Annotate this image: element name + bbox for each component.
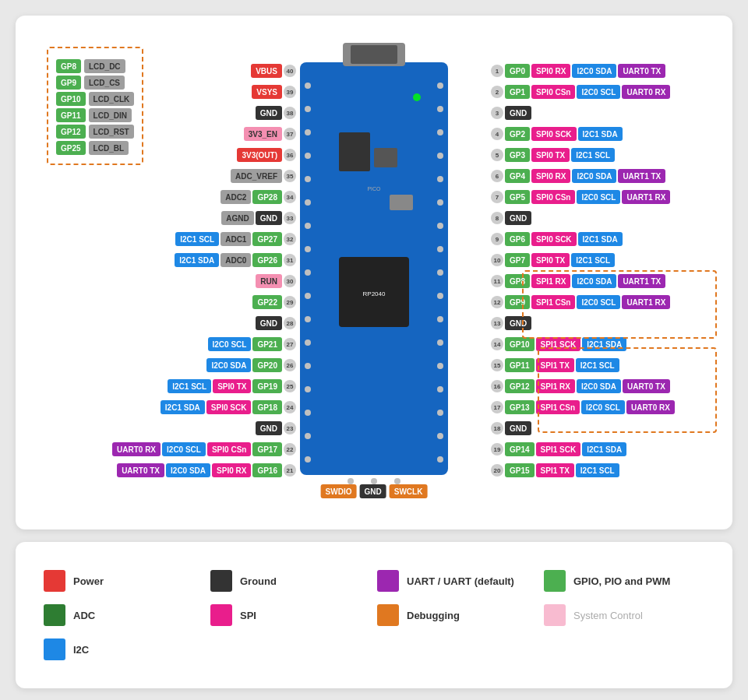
right-pin-row: 17GP13SPI1 CSnI2C0 SCLUART0 RX xyxy=(491,400,675,414)
pin-number: 7 xyxy=(491,191,503,203)
pin-number: 23 xyxy=(284,422,296,434)
pin-number: 8 xyxy=(491,212,503,224)
pin-number: 34 xyxy=(284,191,296,203)
pin-label-spi0-csn: SPI0 CSn xyxy=(207,442,251,456)
legend-color-icon xyxy=(544,604,566,626)
pin-label-agnd: AGND xyxy=(221,211,253,225)
pin-label-spi0-rx: SPI0 RX xyxy=(531,169,570,183)
right-pin-row: 6GP4SPI0 RXI2C0 SDAUART1 TX xyxy=(491,169,665,183)
pin-label-gp14: GP14 xyxy=(505,442,535,456)
legend-item: GPIO, PIO and PWM xyxy=(544,570,704,592)
left-pin-row: UART0 TXI2C0 SDASPI0 RXGP1621 xyxy=(117,463,296,477)
pin-label-gp9: GP9 xyxy=(505,295,530,309)
legend-label: GPIO, PIO and PWM xyxy=(573,575,670,587)
pin-label-gp12: GP12 xyxy=(56,125,86,139)
svg-point-42 xyxy=(348,478,354,484)
pin-label-gp1: GP1 xyxy=(505,85,530,99)
legend-item: Power xyxy=(44,570,204,592)
pin-number: 4 xyxy=(491,128,503,140)
pin-label-gnd: GND xyxy=(256,106,282,120)
left-pin-row: VSYS39 xyxy=(252,85,296,99)
left-pin-row: GND23 xyxy=(256,421,296,435)
lcd-pin-row: GP12LCD_RST xyxy=(56,125,134,139)
pin-number: 29 xyxy=(284,296,296,308)
pin-label-uart0-tx: UART0 TX xyxy=(618,64,665,78)
pin-label-uart1-rx: UART1 RX xyxy=(622,190,670,204)
pin-number: 39 xyxy=(284,86,296,98)
pin-number: 9 xyxy=(491,233,503,245)
pin-label-gp10: GP10 xyxy=(505,337,535,351)
pin-label-uart1-tx: UART1 TX xyxy=(618,169,665,183)
svg-point-43 xyxy=(371,478,377,484)
legend-label: I2C xyxy=(73,644,89,656)
pin-label-gp19: GP19 xyxy=(252,379,282,393)
left-pin-row: VBUS40 xyxy=(251,64,296,78)
pin-number: 6 xyxy=(491,170,503,182)
pin-number: 37 xyxy=(284,128,296,140)
left-pin-row: GP2229 xyxy=(252,295,296,309)
pin-label-uart0-tx: UART0 TX xyxy=(623,379,670,393)
right-pin-row: 10GP7SPI0 TXI2C1 SCL xyxy=(491,253,615,267)
pin-label-vsys: VSYS xyxy=(252,85,282,99)
pin-label-spi0-tx: SPI0 TX xyxy=(531,148,570,162)
pin-label-gp5: GP5 xyxy=(505,190,530,204)
pin-number: 12 xyxy=(491,296,503,308)
pin-label-spi0-sck: SPI0 SCK xyxy=(531,232,577,246)
pin-label-adc1: ADC1 xyxy=(221,232,251,246)
pin-label-i2c0-sda: I2C0 SDA xyxy=(572,64,616,78)
pin-number: 16 xyxy=(491,380,503,392)
pin-label-i2c1-sda: I2C1 SDA xyxy=(582,442,626,456)
pin-label-uart0-rx: UART0 RX xyxy=(626,400,675,414)
pin-label-spi1-csn: SPI1 CSn xyxy=(531,295,575,309)
pinout-card: GP8LCD_DCGP9LCD_CSGP10LCD_CLKGP11LCD_DIN… xyxy=(16,16,732,529)
svg-point-10 xyxy=(305,129,311,135)
pin-number: 15 xyxy=(491,359,503,371)
svg-point-27 xyxy=(437,129,443,135)
pin-label-gp18: GP18 xyxy=(252,400,282,414)
pin-label-uart1-rx: UART1 RX xyxy=(622,295,670,309)
legend-item: Ground xyxy=(210,570,371,592)
pin-label-i2c1-scl: I2C1 SCL xyxy=(168,379,211,393)
svg-point-9 xyxy=(305,106,311,112)
legend-color-icon xyxy=(210,570,232,592)
legend-label: Ground xyxy=(240,575,277,587)
svg-point-38 xyxy=(437,386,443,392)
pin-number: 26 xyxy=(284,359,296,371)
pin-label-adc2: ADC2 xyxy=(221,190,251,204)
right-pin-row: 3GND xyxy=(491,106,531,120)
pin-number: 2 xyxy=(491,86,503,98)
pin-label-uart0-rx: UART0 RX xyxy=(112,442,161,456)
lcd-pin-row: GP10LCD_CLK xyxy=(56,92,134,106)
pin-label-gp11: GP11 xyxy=(505,358,535,372)
pin-label-i2c1-scl: I2C1 SCL xyxy=(571,253,615,267)
pin-label-i2c0-scl: I2C0 SCL xyxy=(577,85,620,99)
pin-label-uart1-tx: UART1 TX xyxy=(618,274,665,288)
pin-label-3v3_en: 3V3_EN xyxy=(244,127,282,141)
pin-number: 27 xyxy=(284,338,296,350)
pin-label-gp15: GP15 xyxy=(505,463,535,477)
pin-number: 3 xyxy=(491,107,503,119)
legend-color-icon xyxy=(210,604,232,626)
right-pin-row: 11GP8SPI1 RXI2C0 SDAUART1 TX xyxy=(491,274,665,288)
svg-point-32 xyxy=(437,246,443,252)
pin-label-gnd: GND xyxy=(256,316,282,330)
lcd-pin-row: GP25LCD_BL xyxy=(56,141,134,155)
svg-point-31 xyxy=(437,223,443,229)
pin-number: 21 xyxy=(284,464,296,477)
svg-point-45 xyxy=(413,93,421,101)
pin-label-gnd: GND xyxy=(505,106,531,120)
lcd-label: LCD_DIN xyxy=(89,108,132,122)
left-pin-row: I2C1 SCLSPI0 TXGP1925 xyxy=(168,379,296,393)
right-pin-row: 16GP12SPI1 RXI2C0 SDAUART0 TX xyxy=(491,379,670,393)
pin-label-i2c0-scl: I2C0 SCL xyxy=(208,337,252,351)
left-pin-row: I2C0 SCLGP2127 xyxy=(208,337,296,351)
pin-label-run: RUN xyxy=(256,274,282,288)
pin-label-i2c0-scl: I2C0 SCL xyxy=(577,295,620,309)
pin-label-gp10: GP10 xyxy=(56,92,86,106)
pin-number: 28 xyxy=(284,317,296,329)
pin-number: 19 xyxy=(491,443,503,456)
pin-label-spi1-sck: SPI1 SCK xyxy=(536,442,581,456)
right-pin-row: 12GP9SPI1 CSnI2C0 SCLUART1 RX xyxy=(491,295,670,309)
svg-point-39 xyxy=(437,410,443,416)
pin-label-i2c0-scl: I2C0 SCL xyxy=(581,400,625,414)
